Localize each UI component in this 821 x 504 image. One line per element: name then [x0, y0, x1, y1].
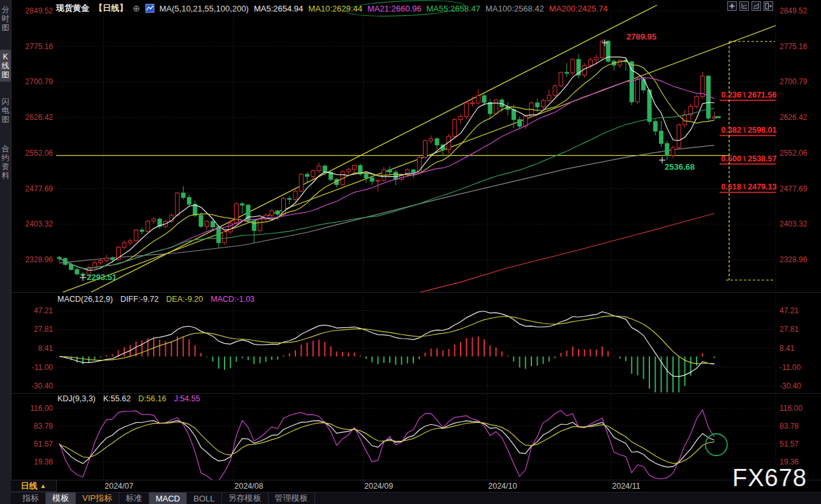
triangle-up-icon: ▲: [40, 482, 47, 489]
sidebar-item-time-chart[interactable]: 分时图: [0, 3, 11, 34]
tab-vip-indicators[interactable]: VIP指标: [76, 493, 119, 504]
candlestick-chart[interactable]: [0, 0, 821, 504]
kdj-d-value: D:56.16: [138, 394, 166, 403]
axis-right-icon[interactable]: [751, 1, 761, 11]
ma200-value: MA200:2425.74: [549, 4, 608, 13]
left-sidebar: 分时图 K线图 闪电图 合约资料: [0, 0, 11, 504]
period-cell-label: 日线: [21, 480, 38, 492]
watermark: FX678: [732, 465, 807, 491]
tab-macd[interactable]: MACD: [149, 493, 187, 504]
tab-indicators[interactable]: 指标: [16, 493, 46, 504]
sidebar-item-kline-chart[interactable]: K线图: [0, 50, 11, 82]
macd-params-label: MACD(26,12,9): [57, 295, 113, 304]
ma100-value: MA100:2568.42: [485, 4, 544, 13]
kdj-k-value: K:55.62: [103, 394, 131, 403]
chart-header: 现货黄金 【日线】 ⊕ MA(5,10,21,55,100,200) MA5:2…: [56, 0, 608, 17]
ma5-value: MA5:2654.94: [254, 4, 303, 13]
candlestick-chart-icon[interactable]: [145, 4, 154, 13]
symb: 现货黄金: [56, 3, 89, 14]
tab-templates[interactable]: 模板: [46, 493, 76, 504]
chart-toolbar: [727, 1, 773, 11]
kdj-params-label: KDJ(9,3,3): [57, 394, 96, 403]
axis-left-icon[interactable]: [739, 1, 749, 11]
macd-diff-value: DIFF:-9.72: [121, 295, 159, 304]
period-cell[interactable]: 日线 ▲: [11, 480, 57, 492]
tab-manage-templates[interactable]: 管理模板: [269, 493, 315, 504]
kdj-title-row: KDJ(9,3,3) K:55.62 D:56.16 J:54.55: [57, 394, 200, 403]
sidebar-item-lightning-chart[interactable]: 闪电图: [0, 94, 11, 126]
tab-save-template[interactable]: 另存模板: [222, 493, 269, 504]
app-window: 分时图 K线图 闪电图 合约资料 现货黄金 【日线】 ⊕ MA(5,10,21,…: [0, 0, 821, 504]
pane-divider: [11, 292, 821, 293]
period-selector[interactable]: 【日线】: [94, 3, 128, 14]
tab-boll[interactable]: BOLL: [187, 493, 221, 504]
ma-settings-label: MA(5,10,21,55,100,200): [159, 4, 249, 13]
layout-panels-icon[interactable]: [727, 1, 737, 11]
kdj-j-value: J:54.55: [174, 394, 200, 403]
macd-macd-value: MACD:-1.03: [211, 295, 255, 304]
sidebar-item-contract-info[interactable]: 合约资料: [0, 142, 11, 182]
pane-divider: [11, 393, 821, 394]
exit-chart-icon[interactable]: [764, 1, 773, 11]
tab-standard[interactable]: 标准: [119, 493, 149, 504]
expand-icon[interactable]: ⊕: [133, 3, 140, 13]
macd-dea-value: DEA:-9.20: [166, 295, 203, 304]
bottom-tab-bar: 指标 模板 VIP指标 标准 MACD BOLL 另存模板 管理模板: [11, 492, 821, 504]
macd-title-row: MACD(26,12,9) DIFF:-9.72 DEA:-9.20 MACD:…: [57, 295, 255, 304]
date-axis-row: [11, 480, 821, 493]
